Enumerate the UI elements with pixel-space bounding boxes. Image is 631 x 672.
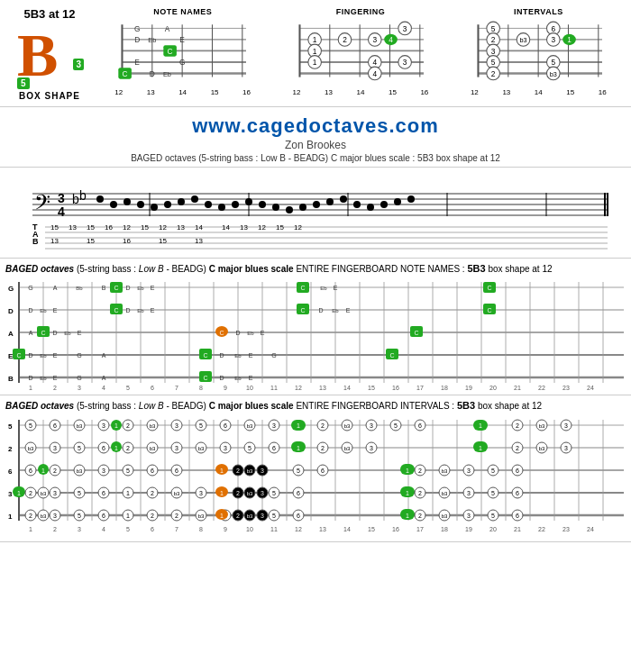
svg-text:6: 6 xyxy=(29,468,32,474)
svg-text:1: 1 xyxy=(406,468,409,474)
svg-text:G: G xyxy=(77,375,81,381)
svg-text:6: 6 xyxy=(551,24,555,33)
svg-text:1: 1 xyxy=(17,490,21,496)
svg-point-110 xyxy=(299,204,306,211)
svg-text:6: 6 xyxy=(151,468,154,474)
svg-text:10: 10 xyxy=(246,385,253,391)
svg-text:Eb: Eb xyxy=(64,331,71,336)
box-shape-graphic: B 3 5 xyxy=(17,24,82,89)
svg-text:6: 6 xyxy=(516,468,519,474)
svg-text:13: 13 xyxy=(177,223,185,232)
svg-text:C: C xyxy=(168,47,173,56)
svg-text:6: 6 xyxy=(151,385,154,391)
svg-text:b3: b3 xyxy=(519,36,526,44)
svg-text:𝄢: 𝄢 xyxy=(34,191,50,219)
note-names-diagram: NOTE NAMES G A D Eb E xyxy=(99,7,266,96)
svg-text:14: 14 xyxy=(343,526,351,532)
svg-text:11: 11 xyxy=(270,385,278,391)
svg-text:12: 12 xyxy=(258,223,266,232)
svg-text:24: 24 xyxy=(587,526,594,532)
svg-text:3: 3 xyxy=(53,445,57,451)
svg-text:13: 13 xyxy=(240,223,248,232)
fingering-fret-numbers: 12 13 14 15 16 xyxy=(277,88,444,96)
svg-text:Eb: Eb xyxy=(137,308,144,313)
website-url: www.cagedoctaves.com xyxy=(0,114,631,138)
svg-text:13: 13 xyxy=(319,526,326,532)
intervals-svg: 5 6 2 b3 3 1 3 5 5 xyxy=(455,19,622,86)
svg-text:14: 14 xyxy=(195,223,203,232)
svg-text:b3: b3 xyxy=(344,423,351,429)
svg-text:D: D xyxy=(125,285,130,291)
svg-text:5: 5 xyxy=(29,422,32,429)
svg-text:E: E xyxy=(179,35,185,44)
svg-text:Eb: Eb xyxy=(247,331,254,336)
svg-text:2: 2 xyxy=(53,526,57,532)
svg-text:14: 14 xyxy=(222,223,230,232)
svg-text:1: 1 xyxy=(126,490,130,496)
notation-section: 𝄢 3 4 b b xyxy=(0,168,631,259)
svg-text:E: E xyxy=(249,375,253,381)
svg-text:2: 2 xyxy=(236,513,240,519)
svg-text:3: 3 xyxy=(8,490,13,498)
svg-text:18: 18 xyxy=(441,385,448,391)
svg-text:1: 1 xyxy=(313,47,317,56)
svg-text:D: D xyxy=(219,375,224,381)
svg-point-100 xyxy=(164,201,171,208)
subtitle-text: BAGED octaves (5-string bass : Low B - B… xyxy=(0,153,631,163)
svg-text:E: E xyxy=(151,285,155,291)
svg-text:5: 5 xyxy=(491,490,495,496)
svg-text:b3: b3 xyxy=(77,468,83,474)
svg-text:C: C xyxy=(41,330,45,336)
svg-text:b3: b3 xyxy=(539,423,545,429)
svg-point-107 xyxy=(259,201,266,208)
svg-text:Eb: Eb xyxy=(332,308,339,313)
svg-text:2: 2 xyxy=(126,445,130,451)
svg-point-116 xyxy=(380,201,388,208)
svg-text:D: D xyxy=(28,375,32,381)
svg-text:17: 17 xyxy=(416,526,424,532)
note-names-title: NOTE NAMES xyxy=(153,7,212,16)
svg-text:D: D xyxy=(52,330,57,336)
svg-text:15: 15 xyxy=(50,223,59,232)
svg-text:1: 1 xyxy=(479,445,482,451)
svg-text:D: D xyxy=(28,352,32,359)
box-shape-title: 5B3 at 12 xyxy=(23,7,75,21)
svg-text:3: 3 xyxy=(58,191,65,205)
svg-text:1: 1 xyxy=(313,35,317,44)
top-section: 5B3 at 12 B 3 5 BOX SHAPE NOTE NAMES xyxy=(0,0,631,107)
svg-text:8: 8 xyxy=(199,385,203,391)
svg-point-111 xyxy=(313,201,320,208)
svg-text:C: C xyxy=(389,352,394,359)
svg-text:C: C xyxy=(203,375,207,381)
svg-text:4: 4 xyxy=(389,35,394,44)
svg-text:2: 2 xyxy=(516,422,519,429)
svg-point-117 xyxy=(394,198,401,205)
svg-text:13: 13 xyxy=(50,237,59,245)
svg-text:1: 1 xyxy=(41,468,45,474)
svg-text:Eb: Eb xyxy=(40,353,47,359)
svg-text:6: 6 xyxy=(53,422,57,429)
svg-text:5: 5 xyxy=(126,468,130,474)
svg-text:3: 3 xyxy=(467,513,471,519)
svg-text:2: 2 xyxy=(236,490,240,496)
svg-text:15: 15 xyxy=(368,385,375,391)
svg-text:6: 6 xyxy=(272,445,276,451)
svg-point-104 xyxy=(218,204,225,211)
svg-text:E: E xyxy=(334,285,338,291)
svg-point-102 xyxy=(191,195,198,203)
svg-text:3: 3 xyxy=(403,58,407,67)
svg-text:4: 4 xyxy=(102,526,105,532)
svg-text:b: b xyxy=(79,188,87,203)
svg-text:2: 2 xyxy=(29,513,32,519)
svg-text:9: 9 xyxy=(224,526,227,532)
fb-intervals-section: BAGED octaves (5-string bass : Low B - B… xyxy=(0,395,631,541)
svg-text:G: G xyxy=(8,285,14,293)
svg-text:b3: b3 xyxy=(198,446,205,451)
svg-text:D: D xyxy=(8,307,14,315)
svg-text:1: 1 xyxy=(126,513,130,519)
svg-text:Eb: Eb xyxy=(320,286,327,291)
svg-text:C: C xyxy=(487,285,491,291)
svg-text:13: 13 xyxy=(195,237,203,245)
svg-text:A: A xyxy=(102,375,106,381)
intervals-fret-numbers: 12 13 14 15 16 xyxy=(455,88,622,96)
